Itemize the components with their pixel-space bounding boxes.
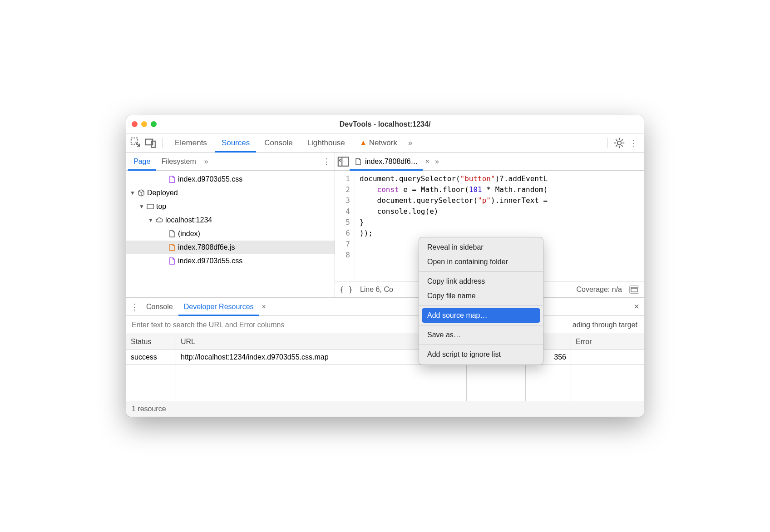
tree-file-css2[interactable]: index.d9703d55.css — [126, 254, 335, 268]
navigator-options-icon[interactable]: ⋮ — [320, 157, 333, 167]
menu-separator — [419, 325, 543, 325]
file-tree: index.d9703d55.css ▼ Deployed ▼ top ▼ lo… — [126, 171, 335, 297]
line-number: 5 — [335, 217, 350, 228]
empty-rows — [126, 365, 644, 401]
settings-icon[interactable] — [613, 137, 626, 149]
tab-lighthouse[interactable]: Lighthouse — [301, 133, 351, 153]
more-options-icon[interactable]: ⋮ — [627, 138, 640, 148]
subtab-filesystem[interactable]: Filesystem — [156, 153, 201, 171]
toggle-sidebar-icon[interactable] — [629, 286, 639, 294]
menu-save-as[interactable]: Save as… — [419, 328, 543, 342]
menu-add-to-ignore-list[interactable]: Add script to ignore list — [419, 347, 543, 362]
tree-group-deployed[interactable]: ▼ Deployed — [126, 186, 335, 200]
inspect-element-icon[interactable] — [130, 137, 143, 149]
coverage-status: Coverage: n/a — [576, 286, 622, 294]
cell-status: success — [126, 350, 176, 365]
header-error[interactable]: Error — [571, 334, 644, 349]
editor-tab-label: index.7808df6… — [365, 158, 418, 166]
menu-open-containing-folder[interactable]: Open in containing folder — [419, 255, 543, 269]
tab-console[interactable]: Console — [258, 133, 299, 153]
tree-group-label: Deployed — [147, 189, 178, 197]
drawer-options-icon[interactable]: ⋮ — [128, 302, 141, 312]
more-editor-tabs-icon[interactable]: » — [432, 158, 442, 166]
close-window-button[interactable] — [132, 121, 138, 127]
tree-frame-top[interactable]: ▼ top — [126, 200, 335, 213]
subtab-page[interactable]: Page — [128, 153, 156, 171]
document-icon — [168, 230, 176, 238]
traffic-lights — [132, 121, 157, 127]
tree-file-label: index.7808df6e.js — [178, 243, 235, 251]
table-header: Status URL Error — [126, 334, 644, 350]
more-subtabs-icon[interactable]: » — [202, 158, 211, 166]
tree-file-label: index.d9703d55.css — [178, 257, 242, 265]
cube-icon — [137, 189, 145, 197]
tab-network-label: Network — [369, 138, 397, 148]
line-number: 1 — [335, 173, 350, 184]
svg-point-3 — [617, 141, 621, 144]
navigator-panel: Page Filesystem » ⋮ index.d9703d55.css ▼… — [126, 153, 335, 297]
tab-elements[interactable]: Elements — [168, 133, 213, 153]
menu-add-source-map[interactable]: Add source map… — [422, 308, 540, 323]
svg-rect-2 — [151, 141, 155, 147]
device-toolbar-icon[interactable] — [144, 137, 157, 149]
target-hint-text: ading through target — [566, 321, 644, 329]
expand-icon: ▼ — [130, 190, 135, 196]
separator — [607, 138, 607, 148]
editor-tab[interactable]: index.7808df6… — [350, 153, 423, 171]
menu-reveal-in-sidebar[interactable]: Reveal in sidebar — [419, 240, 543, 255]
pretty-print-icon[interactable]: { } — [340, 285, 353, 294]
menu-separator — [419, 271, 543, 272]
warning-icon: ▲ — [360, 138, 367, 148]
maximize-window-button[interactable] — [151, 121, 157, 127]
line-number: 6 — [335, 228, 350, 239]
titlebar: DevTools - localhost:1234/ — [126, 115, 644, 133]
resources-table: Status URL Error success http://localhos… — [126, 334, 644, 401]
tree-file-index[interactable]: (index) — [126, 227, 335, 241]
css-file-icon — [168, 175, 176, 183]
cell-error — [571, 350, 644, 365]
minimize-window-button[interactable] — [141, 121, 147, 127]
menu-copy-file-name[interactable]: Copy file name — [419, 289, 543, 303]
line-number: 2 — [335, 184, 350, 195]
line-number: 8 — [335, 250, 350, 261]
menu-copy-link-address[interactable]: Copy link address — [419, 274, 543, 289]
tree-file-label: (index) — [178, 230, 200, 238]
content-area: Page Filesystem » ⋮ index.d9703d55.css ▼… — [126, 153, 644, 298]
tree-file-js[interactable]: index.7808df6e.js — [126, 241, 335, 254]
devtools-window: DevTools - localhost:1234/ Elements Sour… — [126, 115, 644, 417]
editor-tabs: index.7808df6… × » — [335, 153, 644, 171]
tree-origin[interactable]: ▼ localhost:1234 — [126, 213, 335, 227]
svg-rect-5 — [338, 157, 348, 166]
menu-separator — [419, 345, 543, 345]
line-number: 7 — [335, 239, 350, 250]
css-file-icon — [168, 257, 176, 265]
close-drawer-icon[interactable]: × — [631, 301, 642, 312]
expand-icon: ▼ — [139, 203, 144, 210]
drawer-tabs: ⋮ Console Developer Resources × × — [126, 298, 644, 316]
table-row[interactable]: success http://localhost:1234/index.d970… — [126, 350, 644, 365]
tree-file-css[interactable]: index.d9703d55.css — [126, 172, 335, 186]
header-status[interactable]: Status — [126, 334, 176, 349]
toggle-navigator-icon[interactable] — [337, 155, 350, 168]
close-drawer-tab-icon[interactable]: × — [259, 303, 269, 311]
close-tab-icon[interactable]: × — [423, 158, 432, 166]
tree-origin-label: localhost:1234 — [165, 216, 212, 224]
separator — [163, 138, 163, 148]
tab-sources[interactable]: Sources — [215, 133, 256, 153]
drawer-footer: 1 resource — [126, 401, 644, 417]
tree-frame-label: top — [156, 202, 166, 211]
main-toolbar: Elements Sources Console Lighthouse ▲Net… — [126, 133, 644, 153]
tab-network[interactable]: ▲Network — [353, 133, 404, 153]
tree-file-label: index.d9703d55.css — [178, 175, 242, 183]
line-number: 3 — [335, 195, 350, 206]
more-tabs-icon[interactable]: » — [405, 138, 415, 148]
navigator-tabs: Page Filesystem » ⋮ — [126, 153, 335, 171]
search-row: ading through target — [126, 316, 644, 334]
drawer-tab-developer-resources[interactable]: Developer Resources — [178, 298, 259, 316]
cursor-position: Line 6, Co — [360, 286, 393, 294]
window-title: DevTools - localhost:1234/ — [126, 120, 644, 128]
resource-count: 1 resource — [132, 405, 166, 413]
drawer-tab-console[interactable]: Console — [141, 298, 178, 316]
expand-icon: ▼ — [148, 217, 153, 223]
frame-icon — [146, 202, 154, 211]
